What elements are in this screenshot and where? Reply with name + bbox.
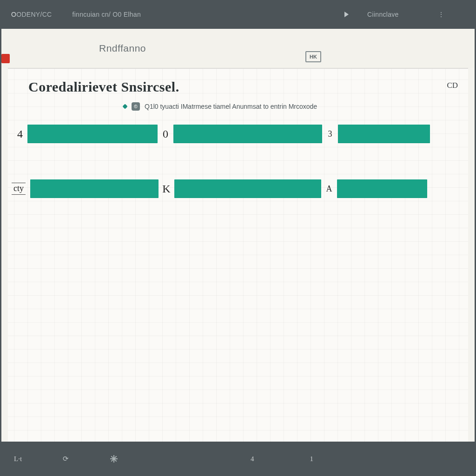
menu-item-1-label: ODENY/CC xyxy=(16,11,52,18)
row1-end-label: 3 xyxy=(322,129,338,139)
content-area: Rndffanno HK Coredalirievet Snsircsel. C… xyxy=(1,29,475,442)
subheader-badge[interactable]: HK xyxy=(305,51,321,62)
refresh-icon[interactable]: ⟳ xyxy=(61,454,70,463)
bar-row-2: cty K A xyxy=(8,179,468,198)
corner-code: CD xyxy=(447,81,458,90)
main-panel: Coredalirievet Snsircsel. CD © Q1l0 tyua… xyxy=(8,68,468,442)
menu-item-2-label: finncuian cn/ O0 Elhan xyxy=(73,11,141,18)
menu-item-2[interactable]: finncuian cn/ O0 Elhan xyxy=(73,11,141,18)
menu-item-1[interactable]: OODENY/CC xyxy=(11,11,52,18)
description-text: Q1l0 tyuacti IMatrmese tiamel Anunmsat t… xyxy=(145,103,317,110)
row2-bar-a[interactable] xyxy=(30,179,159,198)
row2-mid-label: K xyxy=(159,183,174,195)
settings-star-icon[interactable] xyxy=(109,454,119,463)
row2-end-label: A xyxy=(321,184,337,194)
status-value-b: 1 xyxy=(310,455,314,463)
row2-bar-b[interactable] xyxy=(174,179,321,198)
row1-label: 4 xyxy=(8,128,27,140)
description-line: © Q1l0 tyuacti IMatrmese tiamel Anunmsat… xyxy=(123,102,317,111)
menu-item-3[interactable]: Ciinnclave xyxy=(367,11,399,18)
row1-bar-c[interactable] xyxy=(338,125,430,143)
play-icon[interactable] xyxy=(344,12,349,17)
bar-row-1: 4 0 3 xyxy=(8,125,468,143)
row1-bar-b[interactable] xyxy=(173,125,322,143)
row2-label: cty xyxy=(12,183,26,195)
subheader: Rndffanno HK xyxy=(1,29,475,68)
menu-item-3-label: Ciinnclave xyxy=(367,11,399,18)
subheader-title: Rndffanno xyxy=(99,43,146,54)
menu-kebab-icon[interactable]: ⋮ xyxy=(438,11,444,18)
row1-bar-a[interactable] xyxy=(27,125,158,143)
row1-mid-label: 0 xyxy=(158,128,173,140)
status-left-label: L·t xyxy=(14,455,22,463)
status-bar: L·t ⟳ 4 1 xyxy=(0,442,476,476)
page-title: Coredalirievet Snsircsel. xyxy=(28,79,179,95)
bullet-icon xyxy=(122,104,127,109)
copyright-badge-icon: © xyxy=(132,102,140,111)
record-indicator-icon[interactable] xyxy=(1,54,10,63)
status-value-a: 4 xyxy=(251,455,254,463)
row2-bar-c[interactable] xyxy=(337,179,427,198)
menubar: OODENY/CC finncuian cn/ O0 Elhan Ciinncl… xyxy=(0,0,476,29)
